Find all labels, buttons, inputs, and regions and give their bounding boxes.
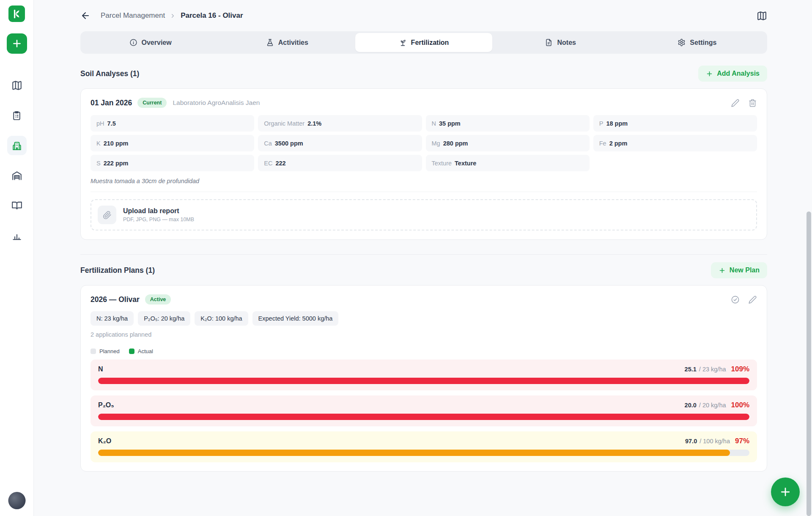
tab-notes[interactable]: Notes: [492, 33, 629, 52]
fertilization-plan-card: 2026 — Olivar Active N: 23 kg/ha P₂O₅: 2…: [80, 285, 767, 472]
open-map-button[interactable]: [757, 11, 767, 21]
bar-target-value: / 23 kg/ha: [699, 366, 726, 373]
app-logo[interactable]: [8, 5, 25, 22]
legend-planned: Planned: [91, 348, 120, 354]
trash-icon: [748, 99, 757, 107]
sidebar-item-parcels[interactable]: [7, 136, 27, 155]
soil-value-organic-matter: Organic Matter2.1%: [258, 115, 422, 132]
tab-activities[interactable]: Activities: [219, 33, 355, 52]
scrollbar: [807, 0, 811, 516]
breadcrumb-parent[interactable]: Parcel Management: [101, 11, 165, 20]
bar-actual-value: 97.0: [685, 438, 697, 445]
progress-fill: [98, 378, 749, 384]
sidebar-item-map[interactable]: [7, 76, 27, 95]
bar-target-value: / 100 kg/ha: [700, 438, 730, 445]
bar-actual-value: 25.1: [685, 366, 697, 373]
bar-chart-icon: [11, 230, 22, 241]
new-plan-button[interactable]: New Plan: [711, 262, 767, 278]
active-badge: Active: [145, 294, 171, 305]
soil-value-p: P18 ppm: [593, 115, 757, 132]
plus-icon: [779, 486, 792, 498]
tab-fertilization[interactable]: Fertilization: [355, 33, 492, 52]
soil-value-k: K210 ppm: [91, 135, 254, 151]
analysis-date: 01 Jan 2026: [91, 99, 132, 107]
bar-label: K₂O: [98, 437, 111, 445]
sidebar-item-tasks[interactable]: [7, 106, 27, 125]
plus-icon: [11, 38, 22, 49]
section-divider: [80, 254, 767, 255]
chip-p2o5: P₂O₅: 20 kg/ha: [138, 311, 190, 326]
progress-row-p2o5: P₂O₅ 20.0 / 20 kg/ha 100%: [91, 395, 757, 426]
progress-fill: [98, 414, 749, 420]
plans-section-title: Fertilization Plans (1): [80, 266, 155, 275]
sidebar: [0, 0, 34, 516]
bar-target-value: / 20 kg/ha: [699, 402, 726, 409]
warehouse-icon: [11, 170, 22, 181]
sidebar-item-analytics[interactable]: [7, 226, 27, 245]
tab-overview[interactable]: Overview: [82, 33, 219, 52]
gear-icon: [678, 38, 686, 47]
edit-analysis-button[interactable]: [731, 99, 740, 107]
upload-subtitle: PDF, JPG, PNG — max 10MB: [123, 217, 194, 222]
tab-label: Overview: [142, 39, 172, 47]
sprout-icon: [399, 38, 407, 47]
pencil-icon: [731, 99, 740, 107]
soil-value-s: S222 ppm: [91, 155, 254, 171]
soil-value-n: N35 ppm: [426, 115, 590, 132]
sidebar-item-library[interactable]: [7, 196, 27, 215]
topbar: Parcel Management Parcela 16 - Olivar: [80, 0, 767, 31]
add-analysis-button[interactable]: Add Analysis: [698, 66, 767, 82]
brand-k-icon: [11, 8, 22, 19]
scrollbar-thumb[interactable]: [807, 211, 811, 516]
tab-settings[interactable]: Settings: [629, 33, 765, 52]
farm-icon: [11, 140, 22, 151]
back-button[interactable]: [80, 11, 91, 21]
bar-actual-value: 20.0: [685, 402, 697, 409]
check-circle-icon: [731, 295, 740, 304]
user-avatar[interactable]: [8, 492, 25, 509]
plan-nutrient-chips: N: 23 kg/ha P₂O₅: 20 kg/ha K₂O: 100 kg/h…: [91, 311, 757, 326]
edit-plan-button[interactable]: [748, 295, 757, 304]
soil-value-ph: pH7.5: [91, 115, 254, 132]
bars-legend: Planned Actual: [91, 348, 757, 354]
analysis-note: Muestra tomada a 30cm de profundidad: [91, 178, 757, 184]
progress-track: [98, 450, 749, 456]
flask-icon: [266, 38, 274, 47]
divider: [91, 192, 757, 192]
soil-section-title: Soil Analyses (1): [80, 69, 139, 78]
paperclip-icon: [98, 206, 116, 224]
tab-label: Notes: [557, 39, 576, 47]
legend-actual: Actual: [129, 348, 153, 354]
soil-value-fe: Fe2 ppm: [593, 135, 757, 151]
progress-track: [98, 414, 749, 420]
sidebar-nav: [7, 76, 27, 245]
soil-values-grid: pH7.5 Organic Matter2.1% N35 ppm P18 ppm…: [91, 115, 757, 171]
analysis-card-header: 01 Jan 2026 Current Laboratorio AgroAnal…: [91, 98, 757, 108]
breadcrumb-current: Parcela 16 - Olivar: [181, 11, 243, 20]
pencil-icon: [748, 295, 757, 304]
soil-section-header: Soil Analyses (1) Add Analysis: [80, 66, 767, 82]
actual-swatch: [129, 349, 134, 354]
bar-label: N: [98, 365, 103, 373]
delete-analysis-button[interactable]: [748, 99, 757, 107]
file-text-icon: [545, 38, 553, 47]
create-new-button[interactable]: [7, 33, 27, 54]
bar-percent: 100%: [731, 401, 749, 409]
chip-k2o: K₂O: 100 kg/ha: [195, 311, 248, 326]
clipboard-list-icon: [11, 110, 22, 121]
chevron-right-icon: [170, 13, 176, 19]
tab-bar: Overview Activities Fertilization Notes …: [80, 31, 767, 54]
quick-add-fab[interactable]: [771, 478, 800, 506]
complete-plan-button[interactable]: [731, 295, 740, 304]
lab-name: Laboratorio AgroAnalisis Jaen: [173, 99, 260, 107]
progress-row-k2o: K₂O 97.0 / 100 kg/ha 97%: [91, 431, 757, 462]
tab-label: Activities: [278, 39, 308, 47]
soil-value-mg: Mg280 ppm: [426, 135, 590, 151]
upload-lab-report-dropzone[interactable]: Upload lab report PDF, JPG, PNG — max 10…: [91, 199, 757, 231]
arrow-left-icon: [80, 11, 91, 21]
map-icon: [11, 80, 22, 91]
sidebar-item-warehouse[interactable]: [7, 166, 27, 185]
soil-value-texture: TextureTexture: [426, 155, 590, 171]
map-icon: [757, 11, 767, 21]
progress-fill: [98, 450, 730, 456]
